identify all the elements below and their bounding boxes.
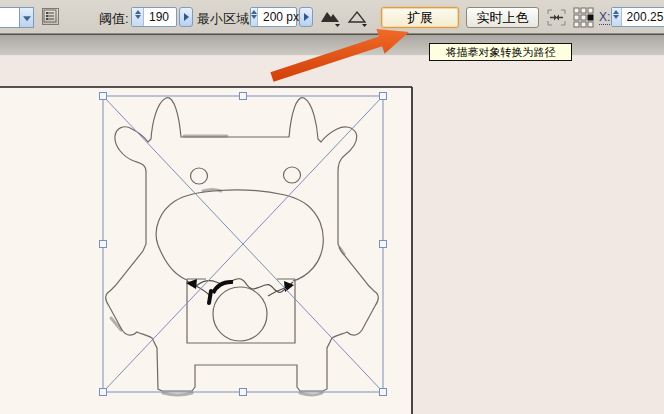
threshold-slider-button[interactable] — [179, 7, 193, 27]
document-canvas[interactable] — [0, 0, 664, 414]
x-position-label[interactable]: X: — [599, 10, 610, 25]
chevron-right-icon — [304, 13, 309, 21]
reference-point-grid-icon[interactable] — [573, 7, 594, 28]
selection-bounding-box[interactable] — [100, 93, 387, 396]
preset-combobox-dropdown[interactable] — [19, 7, 34, 28]
min-area-value[interactable]: 200 px — [258, 8, 299, 26]
app-screen: 阈值: 190 最小区域: 200 px 扩展 实 — [0, 0, 664, 414]
stepper-arrows-icon[interactable] — [612, 8, 622, 26]
min-area-stepper[interactable]: 200 px — [250, 7, 297, 27]
threshold-stepper[interactable]: 190 — [131, 7, 177, 27]
stepper-arrows-icon[interactable] — [251, 8, 258, 26]
tracing-options-dialog-icon[interactable] — [42, 8, 59, 25]
mouth-direction-marks — [186, 279, 294, 303]
traced-cow-outline[interactable] — [106, 98, 379, 391]
tooltip: 将描摹对象转换为路径 — [429, 43, 572, 61]
expand-button[interactable]: 扩展 — [381, 7, 459, 28]
threshold-label: 阈值: — [99, 10, 129, 28]
live-paint-button[interactable]: 实时上色 — [466, 7, 539, 28]
tracing-control-bar: 阈值: 190 最小区域: 200 px 扩展 实 — [0, 0, 664, 34]
trace-artifact-strokes — [111, 136, 344, 395]
chevron-right-icon — [184, 13, 189, 21]
constrain-proportions-icon[interactable] — [547, 9, 566, 26]
preset-combobox[interactable] — [0, 7, 20, 28]
x-position-value[interactable]: 200.251 — [622, 8, 664, 26]
outlines-view-icon[interactable] — [347, 9, 369, 27]
selection-handles[interactable] — [100, 93, 387, 396]
x-position-stepper[interactable]: 200.251 — [611, 7, 664, 27]
threshold-value[interactable]: 190 — [144, 8, 176, 26]
stepper-arrows-icon[interactable] — [132, 8, 144, 26]
min-area-slider-button[interactable] — [299, 7, 313, 27]
artboard[interactable] — [0, 87, 412, 414]
min-area-label: 最小区域: — [197, 10, 253, 28]
tracing-result-view-icon[interactable] — [320, 9, 342, 27]
chevron-down-icon — [23, 16, 31, 21]
dialog-lines-icon — [43, 9, 58, 24]
